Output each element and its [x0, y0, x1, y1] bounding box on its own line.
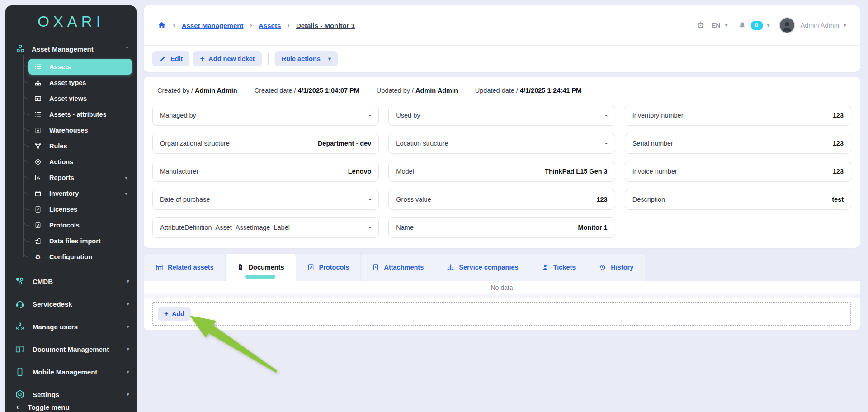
- fields-grid: Managed by- Used by- Inventory number123…: [152, 105, 851, 238]
- field-card-description: Descriptiontest: [625, 189, 851, 210]
- sidebar-item-configuration[interactable]: ⚙ Configuration: [28, 249, 132, 265]
- divider: [268, 53, 269, 65]
- document-pencil-icon: [307, 264, 315, 271]
- add-document-dropzone[interactable]: + Add: [152, 302, 851, 326]
- sidebar-item-label: Asset types: [49, 79, 127, 86]
- user-menu[interactable]: Admin Admin: [801, 22, 839, 29]
- sidebar-item-rules[interactable]: Rules: [28, 138, 132, 154]
- notification-badge[interactable]: 0: [751, 21, 763, 30]
- chevron-down-icon: ▾: [125, 190, 127, 197]
- sidebar-item-assets[interactable]: Assets: [28, 59, 132, 75]
- sidebar-item-reports[interactable]: Reports ▾: [28, 170, 132, 185]
- field-card-organizational-structure: Organizational structureDepartment - dev: [152, 133, 379, 154]
- sidebar-item-asset-types[interactable]: Asset types: [28, 75, 132, 90]
- breadcrumb-link-assets[interactable]: Assets: [259, 22, 281, 29]
- sidebar-item-protocols[interactable]: Protocols: [28, 217, 132, 233]
- topbar-right: ⚙ EN ▾ 0 ▾ Admin Admin ▾: [697, 17, 846, 33]
- sidebar-item-warehouses[interactable]: Warehouses: [28, 122, 132, 138]
- rule-actions-label: Rule actions: [282, 55, 321, 62]
- tab-related-assets[interactable]: Related assets: [144, 253, 226, 281]
- add-new-ticket-label: Add new ticket: [208, 55, 255, 62]
- meta-row: Created by /Admin Admin Created date /4/…: [152, 87, 851, 94]
- sidebar-item-document-management[interactable]: Document Management ▾: [5, 338, 137, 360]
- tab-tickets[interactable]: Tickets: [530, 253, 588, 281]
- tab-history[interactable]: History: [587, 253, 645, 281]
- mobile-icon: [14, 366, 25, 377]
- chart-icon: [34, 174, 42, 182]
- bell-icon[interactable]: [738, 21, 746, 30]
- list-icon: [34, 110, 42, 118]
- field-card-date-of-purchase: Date of purchase-: [152, 189, 379, 210]
- chevron-down-icon: ▾: [127, 346, 129, 352]
- breadcrumb-link-asset-management[interactable]: Asset Management: [182, 22, 244, 29]
- chevron-right-icon: ›: [173, 21, 175, 30]
- sidebar-item-cmdb[interactable]: CMDB ▾: [5, 270, 137, 293]
- document-check-icon: [34, 205, 42, 213]
- field-card-used-by: Used by-: [388, 105, 615, 126]
- tab-label: Service companies: [459, 264, 518, 271]
- sidebar-item-label: Data files import: [49, 237, 127, 245]
- breadcrumb-row: › Asset Management › Assets › Details - …: [144, 5, 860, 45]
- sidebar-item-label: Inventory: [49, 190, 118, 197]
- sidebar-item-mobile-management[interactable]: Mobile Management ▾: [5, 360, 137, 383]
- tab-service-companies[interactable]: Service companies: [435, 253, 530, 281]
- add-button[interactable]: + Add: [158, 307, 191, 321]
- list-icon: [34, 63, 42, 71]
- asset-management-icon: [15, 44, 25, 54]
- chevron-down-icon[interactable]: ▾: [725, 22, 727, 28]
- plus-icon: +: [200, 54, 204, 63]
- language-selector[interactable]: EN: [712, 22, 720, 29]
- field-card-asset-image: AttributeDefinition_Asset_AssetImage_Lab…: [152, 217, 379, 238]
- history-clock-icon: [599, 264, 606, 271]
- tab-protocols[interactable]: Protocols: [296, 253, 361, 281]
- updated-by: Updated by /Admin Admin: [377, 87, 458, 94]
- plus-icon: +: [164, 310, 168, 318]
- chevron-down-icon[interactable]: ▾: [767, 22, 770, 28]
- chevron-down-icon: ▾: [127, 301, 129, 307]
- sidebar-item-servicedesk[interactable]: Servicedesk ▾: [5, 293, 137, 315]
- sidebar: OXARI Asset Management ⌃ Assets Asset ty…: [5, 5, 137, 412]
- add-new-ticket-button[interactable]: + Add new ticket: [193, 51, 261, 66]
- tab-label: Related assets: [168, 264, 214, 271]
- sidebar-item-label: Actions: [49, 158, 127, 166]
- tab-attachments[interactable]: Attachments: [361, 253, 435, 281]
- avatar[interactable]: [779, 17, 795, 33]
- field-card-inventory-number: Inventory number123: [625, 105, 851, 126]
- users-icon: [14, 321, 25, 332]
- sidebar-item-label: Assets - attributes: [49, 111, 127, 118]
- add-button-label: Add: [172, 310, 184, 317]
- created-by: Created by /Admin Admin: [157, 87, 237, 94]
- sidebar-sections: CMDB ▾ Servicedesk ▾ Manage users ▾ Docu…: [5, 270, 137, 406]
- gear-icon[interactable]: ⚙: [697, 20, 704, 31]
- chevron-down-icon: ▾: [125, 175, 127, 181]
- home-icon[interactable]: [157, 21, 166, 30]
- rule-actions-button[interactable]: Rule actions ▾: [275, 51, 338, 66]
- sidebar-item-licenses[interactable]: Licenses: [28, 201, 132, 217]
- edit-button[interactable]: Edit: [152, 51, 189, 66]
- tab-documents[interactable]: Documents: [226, 253, 296, 281]
- field-card-managed-by: Managed by-: [152, 105, 379, 126]
- chevron-up-icon: ⌃: [125, 46, 129, 52]
- app-root: OXARI Asset Management ⌃ Assets Asset ty…: [0, 0, 868, 412]
- import-icon: [34, 237, 42, 245]
- warehouse-icon: [34, 126, 42, 134]
- documents-tab-panel: No data + Add: [144, 281, 860, 330]
- created-date: Created date /4/1/2025 1:04:07 PM: [255, 87, 359, 94]
- chevron-down-icon[interactable]: ▾: [844, 22, 846, 28]
- sidebar-item-data-files-import[interactable]: Data files import: [28, 233, 132, 249]
- sidebar-item-assets-attributes[interactable]: Assets - attributes: [28, 106, 132, 122]
- toggle-menu-button[interactable]: ‹ Toggle menu: [5, 397, 137, 412]
- sidebar-item-manage-users[interactable]: Manage users ▾: [5, 315, 137, 338]
- table-icon: [34, 95, 42, 103]
- active-tab-indicator: [245, 275, 275, 279]
- sidebar-item-inventory[interactable]: Inventory ▾: [28, 185, 132, 201]
- sidebar-item-actions[interactable]: Actions: [28, 154, 132, 170]
- chevron-down-icon: ▾: [127, 369, 129, 375]
- document-icon: [237, 264, 244, 271]
- tab-label: Protocols: [319, 264, 349, 271]
- field-card-name: NameMonitor 1: [388, 217, 615, 238]
- sidebar-item-asset-views[interactable]: Asset views: [28, 90, 132, 106]
- sidebar-item-label: Asset views: [49, 95, 127, 102]
- hierarchy-icon: [34, 79, 42, 87]
- sidebar-group-label: Asset Management: [32, 45, 118, 53]
